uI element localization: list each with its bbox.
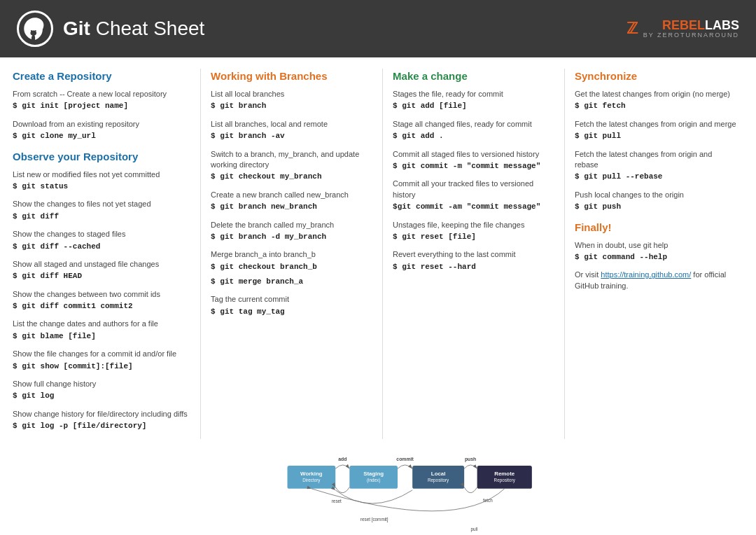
divider-3 [564,69,565,439]
header: Git Cheat Sheet ℤ REBELLABS by ZEROTURNA… [0,0,756,57]
svg-text:pull: pull [470,527,477,532]
content-wrap: Create a Repository From scratch -- Crea… [0,57,756,535]
header-title: Git Cheat Sheet [63,18,204,40]
header-left: Git Cheat Sheet [17,11,204,47]
create-repo-title: Create a Repository [13,69,190,83]
col-sync: Synchronize Get the latest changes from … [568,69,743,439]
svg-text:(index): (index) [367,478,380,483]
svg-text:Repository: Repository [494,478,516,483]
github-training-link[interactable]: https://training.github.com/ [601,270,691,279]
rebel-labs-text: REBELLABS by ZEROTURNAROUND [643,19,739,39]
rebel-labs-icon: ℤ [626,20,638,38]
create-scratch: From scratch -- Create a new local repos… [13,89,190,112]
sync-title: Synchronize [575,69,736,83]
svg-text:fetch: fetch [483,497,493,502]
columns-row: Create a Repository From scratch -- Crea… [0,57,756,439]
svg-text:Local: Local [431,470,446,476]
rebel-labs-sub: by ZEROTURNAROUND [643,32,739,39]
remote-repo-box [477,466,532,489]
svg-text:reset: reset [332,498,342,503]
svg-text:Remote: Remote [494,470,515,476]
col-branches: Working with Branches List all local bra… [204,69,379,439]
col-create-observe: Create a Repository From scratch -- Crea… [13,69,197,439]
svg-text:push: push [465,456,476,461]
flow-diagram: Working Directory Staging (index) Local … [0,439,756,535]
divider-2 [382,69,383,439]
svg-text:add: add [338,456,346,461]
observe-repo-title: Observe your Repository [13,149,190,164]
branches-title: Working with Branches [211,69,372,83]
svg-text:Directory: Directory [302,478,321,483]
svg-text:commit: commit [396,456,414,461]
create-clone: Download from an existing repository $ g… [13,119,190,142]
divider-1 [200,69,201,439]
staging-box [349,466,398,489]
make-change-title: Make a change [393,69,554,83]
svg-text:Working: Working [300,470,323,476]
rebel-labs-brand: REBELLABS [643,19,739,32]
diagram-row: Working Directory Staging (index) Local … [0,439,756,535]
octocat-logo [17,11,53,47]
local-repo-box [412,466,464,489]
finally-title: Finally! [575,220,736,235]
svg-text:Repository: Repository [428,478,449,483]
svg-text:Staging: Staging [363,470,384,476]
col-make-change: Make a change Stages the file, ready for… [386,69,561,439]
svg-text:reset [commit]: reset [commit] [360,517,388,522]
rebel-labs-logo: ℤ REBELLABS by ZEROTURNAROUND [626,19,739,39]
working-directory-box [288,466,336,489]
